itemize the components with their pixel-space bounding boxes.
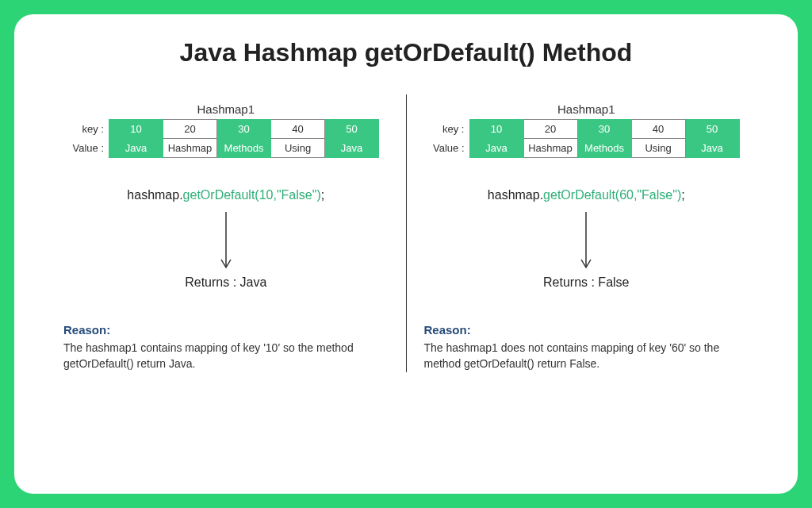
table-cell: 50: [325, 120, 379, 139]
table-cell: 20: [163, 120, 217, 139]
columns: Hashmap1 key : Value : 1020304050 JavaHa…: [46, 102, 766, 372]
table-cell: Using: [271, 139, 325, 158]
arrow-down-icon: [578, 210, 594, 272]
hashmap-name-right: Hashmap1: [557, 102, 615, 116]
table-cell: Java: [685, 139, 739, 158]
page-title: Java Hashmap getOrDefault() Method: [46, 38, 766, 67]
table-cell: 30: [217, 120, 271, 139]
call-highlight: getOrDefault(10,"False"): [183, 188, 321, 202]
reason-heading: Reason:: [424, 323, 726, 337]
hashmap-grid-left: 1020304050 JavaHashmapMethodsUsingJava: [109, 119, 379, 158]
value-row: JavaHashmapMethodsUsingJava: [109, 139, 379, 158]
hashmap-table-left: key : Value : 1020304050 JavaHashmapMeth…: [72, 119, 379, 158]
call-prefix: hashmap.: [488, 188, 543, 202]
table-cell: Methods: [577, 139, 631, 158]
table-cell: Hashmap: [163, 139, 217, 158]
hashmap-grid-right: 1020304050 JavaHashmapMethodsUsingJava: [469, 119, 740, 158]
table-cell: 20: [523, 120, 577, 139]
table-cell: 10: [109, 120, 163, 139]
left-column: Hashmap1 key : Value : 1020304050 JavaHa…: [46, 102, 406, 372]
table-cell: 50: [685, 120, 739, 139]
value-row: JavaHashmapMethodsUsingJava: [469, 139, 739, 158]
table-cell: Java: [325, 139, 379, 158]
reason-text-left: The hashmap1 contains mapping of key '10…: [63, 340, 365, 372]
hashmap-table-right: key : Value : 1020304050 JavaHashmapMeth…: [433, 119, 740, 158]
returns-right: Returns : False: [543, 275, 629, 290]
reason-block-right: Reason: The hashmap1 does not contains m…: [419, 323, 726, 372]
value-label: Value :: [433, 139, 465, 158]
table-cell: Hashmap: [523, 139, 577, 158]
table-cell: Methods: [217, 139, 271, 158]
table-cell: 40: [271, 120, 325, 139]
table-cell: Java: [109, 139, 163, 158]
call-suffix: ;: [681, 188, 684, 202]
reason-text-right: The hashmap1 does not contains mapping o…: [424, 340, 726, 372]
key-row: 1020304050: [109, 120, 379, 139]
code-call-left: hashmap.getOrDefault(10,"False");: [127, 188, 324, 202]
table-cell: 40: [631, 120, 685, 139]
right-column: Hashmap1 key : Value : 1020304050 JavaHa…: [407, 102, 767, 372]
table-cell: Using: [631, 139, 685, 158]
row-labels-left: key : Value :: [72, 119, 104, 158]
key-label: key :: [433, 120, 465, 139]
reason-block-left: Reason: The hashmap1 contains mapping of…: [59, 323, 365, 372]
call-highlight: getOrDefault(60,"False"): [543, 188, 681, 202]
arrow-down-icon: [218, 210, 234, 272]
key-label: key :: [72, 120, 104, 139]
code-call-right: hashmap.getOrDefault(60,"False");: [488, 188, 685, 202]
row-labels-right: key : Value :: [433, 119, 465, 158]
returns-left: Returns : Java: [185, 275, 266, 290]
table-cell: 30: [577, 120, 631, 139]
reason-heading: Reason:: [63, 323, 365, 337]
call-suffix: ;: [321, 188, 324, 202]
table-cell: Java: [469, 139, 523, 158]
call-prefix: hashmap.: [127, 188, 182, 202]
key-row: 1020304050: [469, 120, 739, 139]
table-cell: 10: [469, 120, 523, 139]
hashmap-name-left: Hashmap1: [197, 102, 255, 116]
value-label: Value :: [72, 139, 104, 158]
card: Java Hashmap getOrDefault() Method Hashm…: [14, 14, 798, 494]
